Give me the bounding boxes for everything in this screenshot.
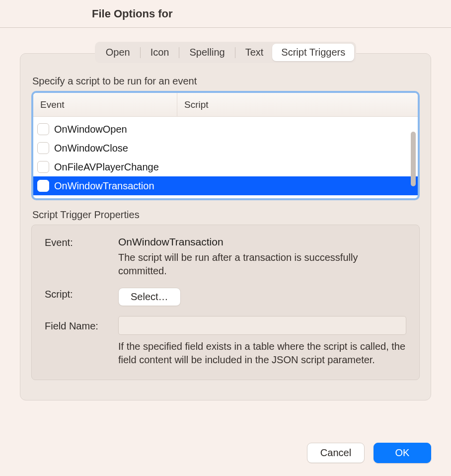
- event-row[interactable]: OnFileAVPlayerChange: [33, 158, 418, 176]
- property-event-name: OnWindowTransaction: [118, 236, 406, 248]
- tab-separator: [235, 47, 235, 58]
- event-checkbox[interactable]: [37, 123, 49, 135]
- property-label-event: Event:: [45, 236, 118, 278]
- window-title: File Options for: [92, 7, 173, 20]
- fieldname-description: If the specified field exists in a table…: [118, 340, 406, 367]
- column-header-script[interactable]: Script: [177, 99, 418, 110]
- properties-section-label: Script Trigger Properties: [32, 209, 420, 221]
- event-list[interactable]: Event Script OnWindowOpen OnWindowClose: [31, 91, 420, 200]
- scrollbar-thumb[interactable]: [411, 132, 416, 186]
- ok-button[interactable]: OK: [374, 443, 431, 463]
- event-label: OnFileAVPlayerChange: [54, 161, 159, 173]
- tab-text[interactable]: Text: [236, 44, 273, 61]
- list-header: Event Script: [33, 93, 418, 117]
- properties-box: Event: OnWindowTransaction The script wi…: [31, 225, 420, 380]
- dialog-window: File Options for Open Icon Spelling Text…: [0, 0, 451, 476]
- event-label: OnWindowOpen: [54, 124, 127, 135]
- tab-spelling[interactable]: Spelling: [180, 44, 233, 61]
- field-name-input[interactable]: [118, 316, 406, 335]
- property-label-fieldname: Field Name:: [45, 319, 118, 332]
- select-script-button[interactable]: Select…: [118, 288, 181, 306]
- property-row-event: Event: OnWindowTransaction The script wi…: [45, 236, 406, 278]
- tab-separator: [140, 47, 141, 58]
- column-header-event[interactable]: Event: [33, 93, 177, 116]
- tab-script-triggers[interactable]: Script Triggers: [272, 44, 354, 61]
- event-checkbox[interactable]: [37, 161, 49, 173]
- tab-separator: [179, 47, 179, 58]
- event-checkbox[interactable]: [37, 142, 49, 154]
- tab-open[interactable]: Open: [97, 44, 139, 61]
- event-checkbox[interactable]: [37, 180, 49, 192]
- property-row-script: Script: Select…: [45, 288, 406, 306]
- list-body[interactable]: OnWindowOpen OnWindowClose OnFileAVPlaye…: [33, 117, 418, 198]
- event-label: OnWindowClose: [54, 143, 128, 154]
- event-row[interactable]: OnWindowOpen: [33, 120, 418, 139]
- event-label: OnWindowTransaction: [54, 180, 154, 192]
- content-area: Open Icon Spelling Text Script Triggers …: [0, 28, 451, 400]
- property-row-fieldname: Field Name:: [45, 316, 406, 335]
- property-event-desc: The script will be run after a transacti…: [118, 251, 406, 278]
- cancel-button[interactable]: Cancel: [307, 443, 365, 463]
- panel: Specify a script to be run for an event …: [20, 53, 431, 400]
- footer-buttons: Cancel OK: [307, 443, 431, 463]
- instruction-text: Specify a script to be run for an event: [32, 76, 420, 87]
- event-row-selected[interactable]: OnWindowTransaction: [33, 176, 418, 195]
- event-row[interactable]: OnWindowClose: [33, 139, 418, 158]
- titlebar: File Options for: [0, 0, 451, 28]
- tab-icon[interactable]: Icon: [142, 44, 178, 61]
- property-row-fieldname-desc: If the specified field exists in a table…: [45, 340, 406, 367]
- tab-bar: Open Icon Spelling Text Script Triggers: [95, 42, 357, 63]
- property-label-script: Script:: [45, 288, 118, 306]
